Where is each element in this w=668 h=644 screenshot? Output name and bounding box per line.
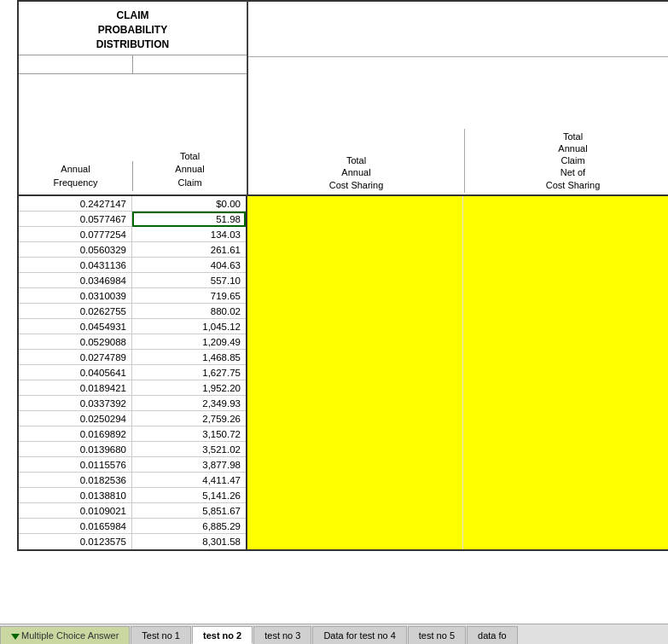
cost-sharing-cell bbox=[247, 534, 463, 549]
tab-0[interactable]: Multiple Choice Answer bbox=[0, 626, 130, 644]
claim-cell: $0.00 bbox=[132, 196, 246, 212]
data-left-panel: 0.2427147$0.000.057746751.980.0777254134… bbox=[17, 196, 247, 551]
cost-sharing-cell bbox=[247, 396, 463, 411]
tab-5[interactable]: test no 5 bbox=[408, 626, 466, 644]
tab-label: Test no 1 bbox=[142, 630, 180, 641]
cost-sharing-cell bbox=[247, 442, 463, 457]
right-data-row bbox=[247, 519, 668, 534]
col-num-1 bbox=[19, 55, 133, 73]
right-data-row bbox=[247, 503, 668, 519]
right-data-row bbox=[247, 534, 668, 549]
right-data-row bbox=[247, 242, 668, 258]
claim-cell: 404.63 bbox=[132, 258, 246, 273]
freq-cell: 0.0405641 bbox=[19, 365, 132, 380]
right-data-row bbox=[247, 319, 668, 334]
cost-sharing-cell bbox=[247, 273, 463, 288]
tab-4[interactable]: Data for test no 4 bbox=[312, 626, 406, 644]
table-row: 0.0431136404.63 bbox=[19, 258, 246, 273]
table-row: 0.02502942,759.26 bbox=[19, 411, 246, 426]
right-col2-label: TotalAnnualClaimNet ofCost Sharing bbox=[464, 129, 668, 193]
cost-sharing-cell bbox=[247, 411, 463, 426]
right-data-row bbox=[247, 488, 668, 503]
right-sub-headers: TotalAnnualCost Sharing TotalAnnualClaim… bbox=[248, 56, 668, 194]
claim-cell: 3,877.98 bbox=[132, 457, 246, 473]
net-claim-cell bbox=[463, 350, 668, 365]
right-data-row bbox=[247, 473, 668, 488]
claim-cell: 5,141.26 bbox=[132, 488, 246, 503]
claim-cell: 3,521.02 bbox=[132, 442, 246, 457]
claim-cell: 3,150.72 bbox=[132, 426, 246, 442]
tab-label: test no 3 bbox=[264, 630, 300, 641]
net-claim-cell bbox=[463, 534, 668, 549]
tab-6[interactable]: data fo bbox=[467, 626, 518, 644]
claim-cell: 557.10 bbox=[132, 273, 246, 288]
deductible-value bbox=[623, 5, 668, 22]
cost-sharing-cell bbox=[247, 258, 463, 273]
claim-cell: 134.03 bbox=[132, 227, 246, 242]
table-row: 0.0777254134.03 bbox=[19, 227, 246, 242]
table-row: 0.01659846,885.29 bbox=[19, 519, 246, 534]
claim-cell: 2,759.26 bbox=[132, 411, 246, 426]
freq-cell: 0.2427147 bbox=[19, 196, 132, 212]
freq-cell: 0.0529088 bbox=[19, 334, 132, 350]
freq-cell: 0.0189421 bbox=[19, 380, 132, 396]
net-claim-cell bbox=[463, 319, 668, 334]
freq-cell: 0.0182536 bbox=[19, 473, 132, 488]
right-data-row bbox=[247, 365, 668, 380]
cost-sharing-cell bbox=[247, 457, 463, 473]
coinsurance-row bbox=[255, 22, 668, 39]
tab-label: test no 5 bbox=[419, 630, 455, 641]
col-numbers bbox=[19, 55, 247, 74]
data-right-panel bbox=[247, 196, 668, 551]
net-claim-cell bbox=[463, 503, 668, 519]
claim-cell: 1,045.12 bbox=[132, 319, 246, 334]
content-area: CLAIMPROBABILITYDISTRIBUTION AnnualFrequ… bbox=[17, 0, 668, 551]
net-claim-cell bbox=[463, 273, 668, 288]
cost-sharing-cell bbox=[247, 473, 463, 488]
cost-sharing-cell bbox=[247, 488, 463, 503]
right-data-row bbox=[247, 304, 668, 319]
cost-sharing-cell bbox=[247, 212, 463, 227]
freq-cell: 0.0262755 bbox=[19, 304, 132, 319]
freq-cell: 0.0346984 bbox=[19, 273, 132, 288]
tab-triangle-icon bbox=[11, 634, 20, 640]
freq-cell: 0.0250294 bbox=[19, 411, 132, 426]
table-row: 0.01825364,411.47 bbox=[19, 473, 246, 488]
col2-label: TotalAnnualClaim bbox=[133, 148, 247, 191]
net-claim-cell bbox=[463, 196, 668, 212]
claim-cell: 2,349.93 bbox=[132, 396, 246, 411]
freq-cell: 0.0139680 bbox=[19, 442, 132, 457]
claim-cell: 719.65 bbox=[132, 288, 246, 304]
right-data-row bbox=[247, 288, 668, 304]
right-data-row bbox=[247, 334, 668, 350]
claim-cell: 1,468.85 bbox=[132, 350, 246, 365]
data-section: 0.2427147$0.000.057746751.980.0777254134… bbox=[17, 196, 668, 551]
table-row: 0.02747891,468.85 bbox=[19, 350, 246, 365]
net-claim-cell bbox=[463, 411, 668, 426]
tab-2[interactable]: test no 2 bbox=[192, 626, 253, 644]
net-claim-cell bbox=[463, 426, 668, 442]
col1-label: AnnualFrequency bbox=[19, 161, 133, 191]
freq-cell: 0.0454931 bbox=[19, 319, 132, 334]
table-row: 0.03373922,349.93 bbox=[19, 396, 246, 411]
freq-cell: 0.0431136 bbox=[19, 258, 132, 273]
right-data-row bbox=[247, 227, 668, 242]
tab-1[interactable]: Test no 1 bbox=[131, 626, 191, 644]
net-claim-cell bbox=[463, 227, 668, 242]
freq-cell: 0.0109021 bbox=[19, 503, 132, 519]
table-row: 0.01698923,150.72 bbox=[19, 426, 246, 442]
claim-cell: 1,627.75 bbox=[132, 365, 246, 380]
freq-cell: 0.0310039 bbox=[19, 288, 132, 304]
table-row: 0.0346984557.10 bbox=[19, 273, 246, 288]
claim-cell: 4,411.47 bbox=[132, 473, 246, 488]
table-row: 0.2427147$0.00 bbox=[19, 196, 246, 212]
net-claim-cell bbox=[463, 396, 668, 411]
cost-sharing-cell bbox=[247, 365, 463, 380]
table-row: 0.057746751.98 bbox=[19, 212, 246, 227]
net-claim-cell bbox=[463, 519, 668, 534]
net-claim-cell bbox=[463, 457, 668, 473]
tab-label: data fo bbox=[478, 630, 507, 641]
cost-sharing-cell bbox=[247, 380, 463, 396]
tab-3[interactable]: test no 3 bbox=[253, 626, 311, 644]
right-data-row bbox=[247, 212, 668, 227]
